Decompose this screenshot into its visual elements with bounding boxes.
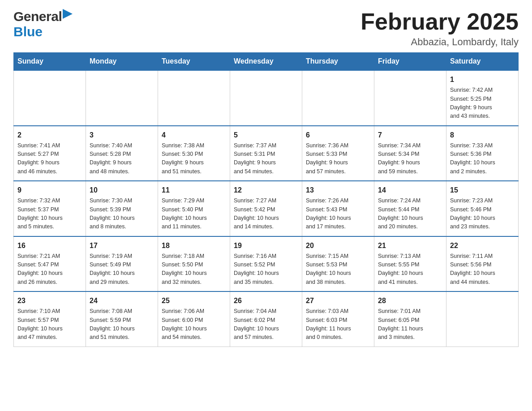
day-info: Sunrise: 7:33 AM Sunset: 5:36 PM Dayligh… [450, 141, 515, 176]
logo-blue-text: Blue [13, 24, 43, 39]
day-number: 26 [234, 295, 298, 306]
calendar-day-1: 1Sunrise: 7:42 AM Sunset: 5:25 PM Daylig… [446, 70, 519, 126]
day-info: Sunrise: 7:32 AM Sunset: 5:37 PM Dayligh… [17, 197, 82, 231]
calendar-day-14: 14Sunrise: 7:24 AM Sunset: 5:44 PM Dayli… [374, 181, 446, 236]
calendar-day-empty [158, 70, 230, 126]
day-info: Sunrise: 7:30 AM Sunset: 5:39 PM Dayligh… [90, 197, 154, 231]
day-number: 10 [90, 185, 154, 196]
weekday-header-sunday: Sunday [14, 53, 86, 71]
calendar-day-empty [302, 70, 374, 126]
day-number: 9 [17, 185, 82, 196]
day-number: 23 [17, 295, 82, 306]
weekday-header-row: SundayMondayTuesdayWednesdayThursdayFrid… [14, 53, 519, 71]
day-info: Sunrise: 7:15 AM Sunset: 5:53 PM Dayligh… [306, 252, 370, 287]
day-info: Sunrise: 7:13 AM Sunset: 5:55 PM Dayligh… [378, 252, 442, 287]
day-info: Sunrise: 7:41 AM Sunset: 5:27 PM Dayligh… [17, 141, 82, 176]
day-number: 8 [450, 130, 515, 141]
day-number: 11 [162, 185, 226, 196]
calendar-day-7: 7Sunrise: 7:34 AM Sunset: 5:34 PM Daylig… [374, 126, 446, 181]
weekday-header-saturday: Saturday [446, 53, 519, 71]
weekday-header-thursday: Thursday [302, 53, 374, 71]
calendar-day-25: 25Sunrise: 7:06 AM Sunset: 6:00 PM Dayli… [158, 291, 230, 347]
day-info: Sunrise: 7:03 AM Sunset: 6:03 PM Dayligh… [306, 307, 370, 342]
day-number: 25 [162, 295, 226, 306]
day-number: 1 [450, 74, 515, 85]
day-info: Sunrise: 7:08 AM Sunset: 5:59 PM Dayligh… [90, 307, 154, 342]
weekday-header-wednesday: Wednesday [230, 53, 302, 71]
calendar-day-17: 17Sunrise: 7:19 AM Sunset: 5:49 PM Dayli… [86, 236, 158, 292]
logo: General Blue [13, 9, 73, 39]
day-number: 15 [450, 185, 515, 196]
calendar-week-row: 1Sunrise: 7:42 AM Sunset: 5:25 PM Daylig… [14, 70, 519, 126]
day-info: Sunrise: 7:34 AM Sunset: 5:34 PM Dayligh… [378, 141, 442, 176]
day-number: 27 [306, 295, 370, 306]
weekday-header-monday: Monday [86, 53, 158, 71]
day-info: Sunrise: 7:36 AM Sunset: 5:33 PM Dayligh… [306, 141, 370, 176]
calendar-day-23: 23Sunrise: 7:10 AM Sunset: 5:57 PM Dayli… [14, 291, 86, 347]
logo-triangle-icon [63, 9, 73, 19]
day-info: Sunrise: 7:38 AM Sunset: 5:30 PM Dayligh… [162, 141, 226, 176]
calendar-day-26: 26Sunrise: 7:04 AM Sunset: 6:02 PM Dayli… [230, 291, 302, 347]
calendar-day-22: 22Sunrise: 7:11 AM Sunset: 5:56 PM Dayli… [446, 236, 519, 292]
calendar-day-empty [230, 70, 302, 126]
day-info: Sunrise: 7:24 AM Sunset: 5:44 PM Dayligh… [378, 197, 442, 231]
calendar-day-11: 11Sunrise: 7:29 AM Sunset: 5:40 PM Dayli… [158, 181, 230, 236]
calendar-week-row: 9Sunrise: 7:32 AM Sunset: 5:37 PM Daylig… [14, 181, 519, 236]
weekday-header-tuesday: Tuesday [158, 53, 230, 71]
day-number: 3 [90, 130, 154, 141]
calendar-day-9: 9Sunrise: 7:32 AM Sunset: 5:37 PM Daylig… [14, 181, 86, 236]
day-number: 18 [162, 240, 226, 251]
calendar-day-13: 13Sunrise: 7:26 AM Sunset: 5:43 PM Dayli… [302, 181, 374, 236]
day-info: Sunrise: 7:18 AM Sunset: 5:50 PM Dayligh… [162, 252, 226, 287]
day-number: 7 [378, 130, 442, 141]
calendar-day-2: 2Sunrise: 7:41 AM Sunset: 5:27 PM Daylig… [14, 126, 86, 181]
day-info: Sunrise: 7:10 AM Sunset: 5:57 PM Dayligh… [17, 307, 82, 342]
calendar-day-21: 21Sunrise: 7:13 AM Sunset: 5:55 PM Dayli… [374, 236, 446, 292]
calendar-day-empty [374, 70, 446, 126]
calendar-day-20: 20Sunrise: 7:15 AM Sunset: 5:53 PM Dayli… [302, 236, 374, 292]
title-block: February 2025 Abbazia, Lombardy, Italy [360, 9, 519, 48]
logo-general-text: General [13, 9, 62, 24]
day-info: Sunrise: 7:19 AM Sunset: 5:49 PM Dayligh… [90, 252, 154, 287]
day-info: Sunrise: 7:27 AM Sunset: 5:42 PM Dayligh… [234, 197, 298, 231]
calendar-day-18: 18Sunrise: 7:18 AM Sunset: 5:50 PM Dayli… [158, 236, 230, 292]
day-number: 21 [378, 240, 442, 251]
calendar-week-row: 23Sunrise: 7:10 AM Sunset: 5:57 PM Dayli… [14, 291, 519, 347]
day-number: 4 [162, 130, 226, 141]
day-info: Sunrise: 7:42 AM Sunset: 5:25 PM Dayligh… [450, 86, 515, 121]
calendar-day-19: 19Sunrise: 7:16 AM Sunset: 5:52 PM Dayli… [230, 236, 302, 292]
day-info: Sunrise: 7:29 AM Sunset: 5:40 PM Dayligh… [162, 197, 226, 231]
day-number: 28 [378, 295, 442, 306]
calendar-week-row: 2Sunrise: 7:41 AM Sunset: 5:27 PM Daylig… [14, 126, 519, 181]
calendar-day-empty [86, 70, 158, 126]
day-number: 5 [234, 130, 298, 141]
calendar-week-row: 16Sunrise: 7:21 AM Sunset: 5:47 PM Dayli… [14, 236, 519, 292]
calendar-day-24: 24Sunrise: 7:08 AM Sunset: 5:59 PM Dayli… [86, 291, 158, 347]
day-info: Sunrise: 7:37 AM Sunset: 5:31 PM Dayligh… [234, 141, 298, 176]
calendar-day-28: 28Sunrise: 7:01 AM Sunset: 6:05 PM Dayli… [374, 291, 446, 347]
calendar-day-5: 5Sunrise: 7:37 AM Sunset: 5:31 PM Daylig… [230, 126, 302, 181]
svg-marker-0 [63, 9, 73, 19]
day-number: 13 [306, 185, 370, 196]
day-info: Sunrise: 7:01 AM Sunset: 6:05 PM Dayligh… [378, 307, 442, 342]
day-info: Sunrise: 7:06 AM Sunset: 6:00 PM Dayligh… [162, 307, 226, 342]
calendar-table: SundayMondayTuesdayWednesdayThursdayFrid… [13, 52, 519, 347]
day-number: 17 [90, 240, 154, 251]
day-number: 16 [17, 240, 82, 251]
day-number: 2 [17, 130, 82, 141]
calendar-day-10: 10Sunrise: 7:30 AM Sunset: 5:39 PM Dayli… [86, 181, 158, 236]
day-info: Sunrise: 7:04 AM Sunset: 6:02 PM Dayligh… [234, 307, 298, 342]
calendar-day-4: 4Sunrise: 7:38 AM Sunset: 5:30 PM Daylig… [158, 126, 230, 181]
day-info: Sunrise: 7:11 AM Sunset: 5:56 PM Dayligh… [450, 252, 515, 287]
day-info: Sunrise: 7:16 AM Sunset: 5:52 PM Dayligh… [234, 252, 298, 287]
day-number: 22 [450, 240, 515, 251]
calendar-day-12: 12Sunrise: 7:27 AM Sunset: 5:42 PM Dayli… [230, 181, 302, 236]
day-number: 12 [234, 185, 298, 196]
day-number: 14 [378, 185, 442, 196]
calendar-day-8: 8Sunrise: 7:33 AM Sunset: 5:36 PM Daylig… [446, 126, 519, 181]
day-info: Sunrise: 7:26 AM Sunset: 5:43 PM Dayligh… [306, 197, 370, 231]
calendar-day-16: 16Sunrise: 7:21 AM Sunset: 5:47 PM Dayli… [14, 236, 86, 292]
weekday-header-friday: Friday [374, 53, 446, 71]
day-number: 24 [90, 295, 154, 306]
calendar-day-27: 27Sunrise: 7:03 AM Sunset: 6:03 PM Dayli… [302, 291, 374, 347]
